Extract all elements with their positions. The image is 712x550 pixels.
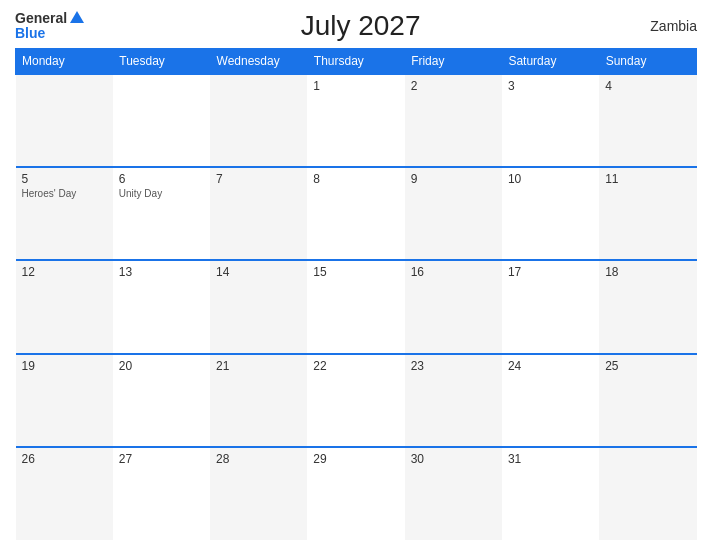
- calendar-cell: 31: [502, 447, 599, 540]
- calendar-cell: 27: [113, 447, 210, 540]
- calendar-cell: 3: [502, 74, 599, 167]
- day-number: 26: [22, 452, 107, 466]
- calendar-week-row: 5Heroes' Day6Unity Day7891011: [16, 167, 697, 260]
- calendar-cell: 26: [16, 447, 113, 540]
- day-number: 24: [508, 359, 593, 373]
- day-number: 20: [119, 359, 204, 373]
- col-saturday: Saturday: [502, 49, 599, 75]
- calendar-cell: 6Unity Day: [113, 167, 210, 260]
- month-title: July 2027: [84, 10, 637, 42]
- holiday-label: Unity Day: [119, 188, 204, 199]
- calendar-cell: [113, 74, 210, 167]
- col-sunday: Sunday: [599, 49, 696, 75]
- day-number: 6: [119, 172, 204, 186]
- day-number: 12: [22, 265, 107, 279]
- col-monday: Monday: [16, 49, 113, 75]
- calendar-week-row: 12131415161718: [16, 260, 697, 353]
- day-number: 17: [508, 265, 593, 279]
- col-wednesday: Wednesday: [210, 49, 307, 75]
- calendar-cell: 13: [113, 260, 210, 353]
- day-number: 29: [313, 452, 398, 466]
- calendar-cell: 22: [307, 354, 404, 447]
- col-tuesday: Tuesday: [113, 49, 210, 75]
- calendar-cell: 15: [307, 260, 404, 353]
- calendar-cell: 4: [599, 74, 696, 167]
- calendar-cell: 14: [210, 260, 307, 353]
- calendar-cell: [210, 74, 307, 167]
- logo-blue-text: Blue: [15, 26, 84, 41]
- col-friday: Friday: [405, 49, 502, 75]
- logo-triangle-icon: [70, 11, 84, 23]
- calendar-cell: 5Heroes' Day: [16, 167, 113, 260]
- day-number: 9: [411, 172, 496, 186]
- calendar-week-row: 262728293031: [16, 447, 697, 540]
- calendar-cell: [599, 447, 696, 540]
- calendar-week-row: 1234: [16, 74, 697, 167]
- day-number: 1: [313, 79, 398, 93]
- calendar-cell: 18: [599, 260, 696, 353]
- day-number: 15: [313, 265, 398, 279]
- country-label: Zambia: [637, 18, 697, 34]
- calendar-cell: [16, 74, 113, 167]
- calendar-cell: 9: [405, 167, 502, 260]
- day-number: 31: [508, 452, 593, 466]
- calendar-cell: 12: [16, 260, 113, 353]
- day-number: 27: [119, 452, 204, 466]
- day-number: 21: [216, 359, 301, 373]
- calendar-header-row: Monday Tuesday Wednesday Thursday Friday…: [16, 49, 697, 75]
- day-number: 10: [508, 172, 593, 186]
- calendar-cell: 1: [307, 74, 404, 167]
- day-number: 23: [411, 359, 496, 373]
- col-thursday: Thursday: [307, 49, 404, 75]
- day-number: 5: [22, 172, 107, 186]
- day-number: 14: [216, 265, 301, 279]
- day-number: 25: [605, 359, 690, 373]
- day-number: 7: [216, 172, 301, 186]
- calendar-cell: 28: [210, 447, 307, 540]
- holiday-label: Heroes' Day: [22, 188, 107, 199]
- day-number: 2: [411, 79, 496, 93]
- calendar-cell: 24: [502, 354, 599, 447]
- day-number: 16: [411, 265, 496, 279]
- page-header: General Blue July 2027 Zambia: [15, 10, 697, 42]
- calendar-cell: 2: [405, 74, 502, 167]
- calendar-cell: 29: [307, 447, 404, 540]
- day-number: 30: [411, 452, 496, 466]
- calendar-cell: 16: [405, 260, 502, 353]
- day-number: 19: [22, 359, 107, 373]
- calendar-cell: 21: [210, 354, 307, 447]
- calendar-cell: 23: [405, 354, 502, 447]
- calendar-table: Monday Tuesday Wednesday Thursday Friday…: [15, 48, 697, 540]
- day-number: 3: [508, 79, 593, 93]
- calendar-cell: 30: [405, 447, 502, 540]
- calendar-week-row: 19202122232425: [16, 354, 697, 447]
- calendar-cell: 11: [599, 167, 696, 260]
- calendar-cell: 17: [502, 260, 599, 353]
- calendar-cell: 19: [16, 354, 113, 447]
- day-number: 11: [605, 172, 690, 186]
- calendar-cell: 20: [113, 354, 210, 447]
- day-number: 22: [313, 359, 398, 373]
- logo-general-text: General: [15, 11, 67, 26]
- calendar-cell: 8: [307, 167, 404, 260]
- day-number: 4: [605, 79, 690, 93]
- calendar-cell: 25: [599, 354, 696, 447]
- day-number: 13: [119, 265, 204, 279]
- day-number: 8: [313, 172, 398, 186]
- day-number: 18: [605, 265, 690, 279]
- calendar-cell: 10: [502, 167, 599, 260]
- logo: General Blue: [15, 11, 84, 42]
- day-number: 28: [216, 452, 301, 466]
- calendar-cell: 7: [210, 167, 307, 260]
